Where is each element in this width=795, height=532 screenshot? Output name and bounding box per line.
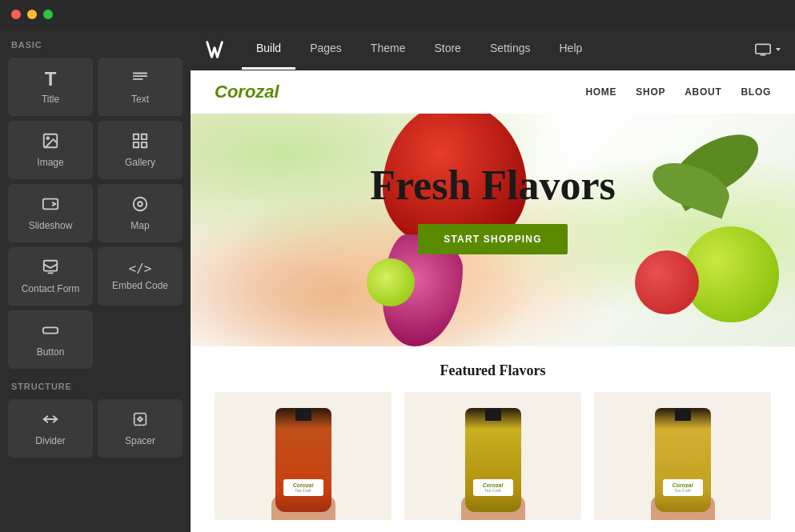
basic-section-label: BASIC — [8, 40, 183, 50]
site-nav-blog[interactable]: BLOG — [741, 86, 771, 98]
maximize-dot[interactable] — [43, 10, 53, 19]
logo — [203, 38, 226, 61]
rambutan-decoration — [635, 250, 699, 314]
nav-right — [755, 43, 782, 56]
tab-theme[interactable]: Theme — [356, 29, 420, 70]
product-card-3[interactable]: Corozal Tea Craft — [594, 392, 771, 520]
spacer-icon — [131, 410, 149, 430]
minimize-dot[interactable] — [27, 10, 37, 19]
bottle-label-3: Corozal Tea Craft — [663, 479, 703, 496]
bottle-brand-1: Corozal — [285, 482, 322, 488]
widget-contact-form-label: Contact Form — [22, 283, 80, 294]
map-icon — [131, 195, 149, 215]
svg-rect-8 — [142, 142, 147, 147]
widget-text[interactable]: Text — [98, 58, 183, 116]
product-grid: Corozal Tea Craft Corozal Tea Craft — [215, 392, 771, 520]
titlebar — [0, 0, 795, 29]
bottle-2: Corozal Tea Craft — [465, 408, 521, 512]
site-logo: Corozal — [215, 82, 279, 102]
tab-build[interactable]: Build — [242, 29, 295, 70]
svg-rect-17 — [756, 44, 770, 54]
canvas-area[interactable]: Corozal HOME SHOP ABOUT BLOG Fresh Flavo… — [191, 70, 795, 532]
widget-map-label: Map — [130, 220, 149, 231]
bottle-1: Corozal Tea Craft — [275, 408, 331, 512]
site-nav-home[interactable]: HOME — [585, 86, 616, 98]
svg-point-11 — [138, 202, 143, 206]
gallery-icon — [131, 132, 149, 152]
svg-rect-5 — [134, 134, 139, 139]
tab-pages[interactable]: Pages — [295, 29, 356, 70]
top-area: Build Pages Theme Store Settings Help — [191, 29, 795, 532]
tab-settings[interactable]: Settings — [476, 29, 545, 70]
image-icon — [42, 132, 59, 152]
site-nav-about[interactable]: ABOUT — [685, 86, 721, 98]
device-selector[interactable] — [755, 43, 782, 56]
svg-point-10 — [134, 198, 147, 211]
hero-cta-button[interactable]: START SHOPPING — [418, 224, 568, 254]
bottle-sub-3: Tea Craft — [665, 488, 701, 493]
svg-rect-16 — [135, 414, 147, 426]
widget-title-label: Title — [42, 94, 59, 105]
close-dot[interactable] — [11, 10, 21, 19]
hero-section: Corozal HOME SHOP ABOUT BLOG Fresh Flavo… — [191, 70, 795, 346]
bottle-brand-3: Corozal — [665, 482, 701, 488]
slideshow-icon — [42, 195, 59, 215]
widget-button-label: Button — [37, 346, 65, 358]
text-icon — [131, 69, 149, 89]
structure-widget-grid: Divider Spacer — [8, 399, 183, 458]
widget-text-label: Text — [131, 94, 149, 105]
svg-rect-6 — [142, 134, 147, 139]
bottle-label-1: Corozal Tea Craft — [283, 479, 323, 496]
lime-half-decoration — [367, 258, 415, 306]
navbar: Build Pages Theme Store Settings Help — [191, 29, 795, 70]
widget-spacer-label: Spacer — [125, 435, 155, 446]
sidebar: BASIC T Title Text Image — [0, 29, 191, 532]
widget-button[interactable]: Button — [8, 310, 93, 369]
widget-title[interactable]: T Title — [8, 58, 93, 116]
widget-embed-code-label: Embed Code — [112, 280, 168, 291]
site-header: Corozal HOME SHOP ABOUT BLOG — [191, 70, 795, 114]
title-icon: T — [45, 70, 57, 89]
widget-gallery-label: Gallery — [125, 157, 155, 168]
bottle-brand-2: Corozal — [475, 482, 512, 488]
product-card-1[interactable]: Corozal Tea Craft — [215, 392, 391, 520]
hero-title: Fresh Flavors — [370, 162, 616, 208]
bottle-sub-2: Tea Craft — [475, 488, 512, 493]
site-nav-shop[interactable]: SHOP — [636, 86, 665, 98]
basic-widget-grid: T Title Text Image Gallery — [8, 58, 183, 369]
widget-gallery[interactable]: Gallery — [98, 121, 183, 179]
featured-section: Featured Flavors Corozal Tea Craft — [191, 346, 795, 532]
divider-icon — [42, 410, 59, 430]
structure-section-label: STRUCTURE — [8, 382, 183, 391]
site-nav: HOME SHOP ABOUT BLOG — [585, 86, 771, 98]
widget-divider[interactable]: Divider — [8, 399, 93, 458]
svg-rect-7 — [134, 142, 139, 147]
hero-content: Fresh Flavors START SHOPPING — [370, 162, 616, 254]
tab-help[interactable]: Help — [544, 29, 596, 70]
widget-image-label: Image — [37, 157, 63, 168]
widget-image[interactable]: Image — [8, 121, 93, 179]
app-wrapper: BASIC T Title Text Image — [0, 29, 795, 532]
bottle-label-2: Corozal Tea Craft — [473, 479, 513, 496]
widget-divider-label: Divider — [35, 435, 65, 446]
widget-slideshow-label: Slideshow — [29, 220, 73, 231]
bottle-sub-1: Tea Craft — [285, 488, 322, 493]
website-preview: Corozal HOME SHOP ABOUT BLOG Fresh Flavo… — [191, 70, 795, 532]
svg-rect-14 — [43, 327, 58, 333]
svg-point-4 — [46, 137, 49, 139]
embed-code-icon: </> — [129, 262, 152, 275]
bottle-3: Corozal Tea Craft — [655, 408, 711, 512]
widget-slideshow[interactable]: Slideshow — [8, 184, 93, 242]
button-icon — [42, 322, 59, 342]
tab-store[interactable]: Store — [420, 29, 475, 70]
widget-map[interactable]: Map — [98, 184, 183, 242]
widget-spacer[interactable]: Spacer — [98, 399, 183, 458]
widget-embed-code[interactable]: </> Embed Code — [98, 247, 183, 306]
widget-contact-form[interactable]: Contact Form — [8, 247, 93, 306]
contact-form-icon — [42, 258, 59, 278]
featured-title: Featured Flavors — [215, 362, 771, 379]
product-card-2[interactable]: Corozal Tea Craft — [404, 392, 581, 520]
nav-tabs: Build Pages Theme Store Settings Help — [242, 29, 596, 70]
